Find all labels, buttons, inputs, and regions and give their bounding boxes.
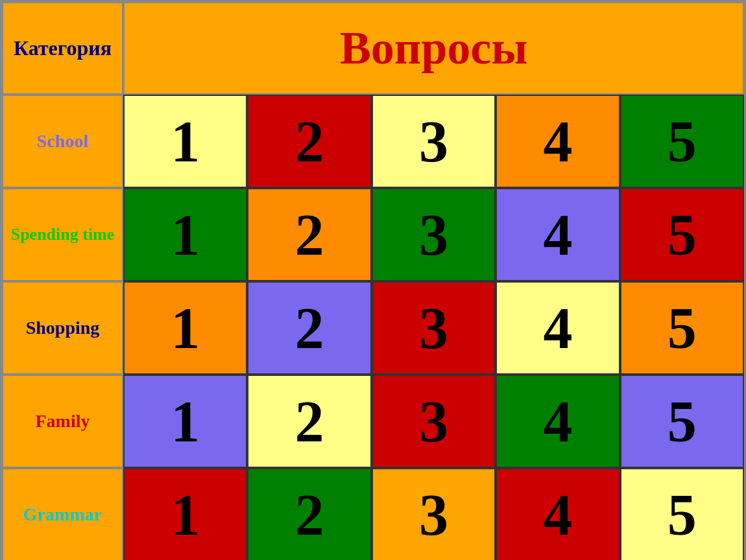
spending-q3[interactable]: 3 [372, 188, 496, 281]
school-q3-number: 3 [419, 108, 448, 175]
spending-q3-number: 3 [419, 202, 448, 268]
grammar-q3[interactable]: 3 [372, 468, 496, 560]
shopping-q4[interactable]: 4 [496, 281, 620, 375]
family-q4-number: 4 [543, 388, 572, 455]
spending-q1[interactable]: 1 [123, 188, 247, 281]
category-family: Family [2, 375, 123, 468]
shopping-q3[interactable]: 3 [372, 281, 496, 375]
spending-q2[interactable]: 2 [247, 188, 371, 281]
grammar-q5[interactable]: 5 [620, 468, 744, 560]
family-q3-number: 3 [419, 388, 448, 455]
shopping-q1[interactable]: 1 [123, 281, 247, 375]
shopping-q2-number: 2 [295, 295, 324, 362]
school-q5-number: 5 [668, 108, 697, 175]
family-q3[interactable]: 3 [372, 375, 496, 468]
main-grid: Категория Вопросы School 1 2 3 4 5 Spend… [0, 0, 746, 560]
shopping-q3-number: 3 [419, 295, 448, 362]
school-q1[interactable]: 1 [123, 95, 247, 188]
grammar-q4[interactable]: 4 [496, 468, 620, 560]
category-family-label: Family [36, 411, 90, 432]
shopping-q5[interactable]: 5 [620, 281, 744, 375]
shopping-q2[interactable]: 2 [247, 281, 371, 375]
family-q5[interactable]: 5 [620, 375, 744, 468]
category-spending-time-label: Spending time [11, 225, 115, 244]
grammar-q2-number: 2 [295, 482, 324, 548]
spending-q5[interactable]: 5 [620, 188, 744, 281]
spending-q5-number: 5 [668, 202, 697, 268]
grammar-q5-number: 5 [668, 482, 697, 548]
grammar-q1[interactable]: 1 [123, 468, 247, 560]
grammar-q3-number: 3 [419, 482, 448, 548]
school-q5[interactable]: 5 [620, 95, 744, 188]
category-school-label: School [37, 131, 88, 152]
family-q2[interactable]: 2 [247, 375, 371, 468]
header-title-cell: Вопросы [123, 2, 744, 95]
category-school: School [2, 95, 123, 188]
spending-q1-number: 1 [171, 202, 200, 268]
header-category-cell: Категория [2, 2, 123, 95]
school-q3[interactable]: 3 [372, 95, 496, 188]
shopping-q5-number: 5 [668, 295, 697, 362]
page-title: Вопросы [340, 21, 528, 75]
school-q2-number: 2 [295, 108, 324, 175]
shopping-q1-number: 1 [171, 295, 200, 362]
category-spending-time: Spending time [2, 188, 123, 281]
spending-q4-number: 4 [543, 202, 572, 268]
category-grammar-label: Grammar [23, 504, 102, 525]
grammar-q4-number: 4 [543, 482, 572, 548]
category-shopping-label: Shopping [26, 318, 100, 338]
spending-q2-number: 2 [295, 202, 324, 268]
category-grammar: Grammar [2, 468, 123, 560]
school-q4[interactable]: 4 [496, 95, 620, 188]
school-q4-number: 4 [543, 108, 572, 175]
grammar-q1-number: 1 [171, 482, 200, 548]
grammar-q2[interactable]: 2 [247, 468, 371, 560]
school-q2[interactable]: 2 [247, 95, 371, 188]
family-q2-number: 2 [295, 388, 324, 455]
family-q1-number: 1 [171, 388, 200, 455]
category-shopping: Shopping [2, 281, 123, 375]
shopping-q4-number: 4 [543, 295, 572, 362]
family-q5-number: 5 [668, 388, 697, 455]
category-header-label: Категория [14, 36, 112, 60]
family-q1[interactable]: 1 [123, 375, 247, 468]
school-q1-number: 1 [171, 108, 200, 175]
family-q4[interactable]: 4 [496, 375, 620, 468]
spending-q4[interactable]: 4 [496, 188, 620, 281]
